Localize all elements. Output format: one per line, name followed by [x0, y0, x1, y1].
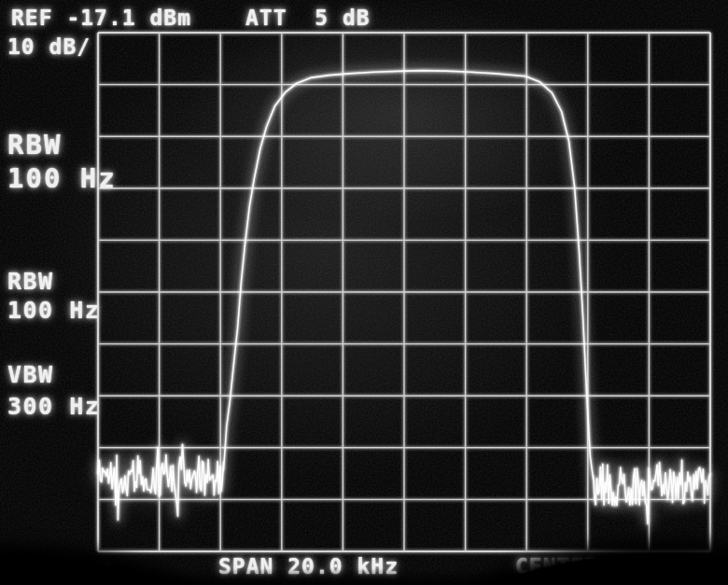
sweep-time-readout: 5 s — [62, 558, 119, 580]
spectrum-analyzer-screen: REF -17.1 dBm ATT 5 dB 10 dB/ RBW 100 Hz… — [0, 0, 728, 585]
rbw-small-label: RBW — [7, 268, 54, 295]
attenuation-readout: ATT 5 dB — [245, 6, 371, 30]
span-readout: SPAN 20.0 kHz — [218, 554, 399, 578]
rbw-large-label: RBW — [7, 129, 62, 160]
spectrum-canvas — [0, 0, 728, 585]
scale-per-div-readout: 10 dB/ — [7, 35, 91, 59]
center-frequency-readout: CENTER 455.0 kHz — [515, 554, 728, 578]
film-grain — [0, 0, 728, 585]
rbw-large-value: 100 Hz — [7, 162, 117, 194]
rbw-small-value: 100 Hz — [7, 297, 100, 324]
vbw-label: VBW — [7, 361, 54, 388]
vbw-value: 300 Hz — [7, 393, 100, 420]
ref-level-readout: REF -17.1 dBm — [11, 6, 191, 30]
